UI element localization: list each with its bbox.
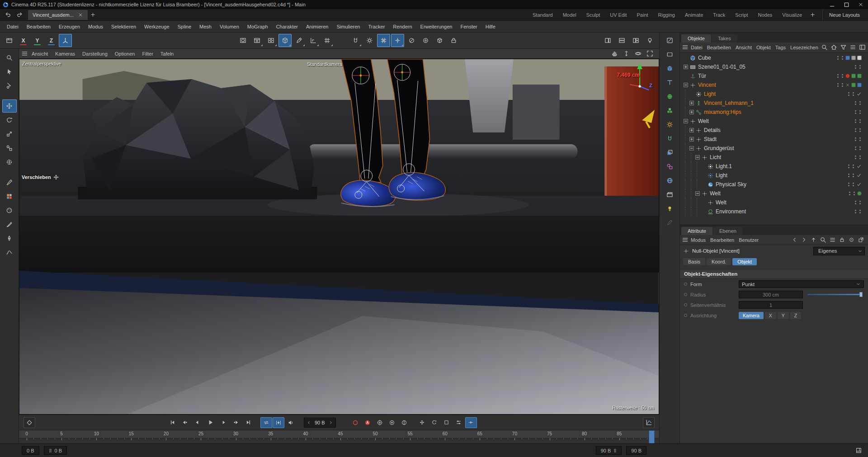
dynamics-object-button[interactable] — [663, 133, 676, 144]
keyframe-marker-button[interactable] — [24, 417, 35, 428]
tree-row-stadt[interactable]: Stadt — [680, 135, 868, 144]
enabled-check-icon[interactable] — [856, 173, 862, 178]
tree-row-t-r[interactable]: Tür — [680, 71, 868, 80]
render-visibility-dots[interactable] — [859, 127, 862, 133]
solo-viewport-button[interactable] — [3, 34, 16, 47]
attr-lock-button[interactable] — [838, 236, 846, 244]
attr-back-button[interactable] — [790, 236, 798, 244]
om-home-button[interactable] — [830, 43, 838, 52]
attr-menu-bearbeiten[interactable]: Bearbeiten — [708, 237, 736, 243]
goto-end-button[interactable] — [242, 417, 254, 428]
spline-pen-button[interactable] — [292, 34, 306, 47]
object-tag[interactable] — [857, 74, 862, 78]
menu-erweiterungen[interactable]: Erweiterungen — [416, 24, 457, 29]
key-scale-button[interactable] — [441, 417, 453, 428]
object-tag[interactable] — [851, 74, 856, 78]
section-tab-basis[interactable]: Basis — [683, 258, 705, 265]
object-tag[interactable] — [857, 56, 862, 60]
viewport-menu-filter[interactable]: Filter — [138, 51, 156, 57]
render-visibility-dots[interactable] — [859, 109, 862, 115]
attr-target-button[interactable] — [847, 236, 855, 244]
attr-list-button[interactable] — [828, 236, 836, 244]
attr-up-button[interactable] — [809, 236, 817, 244]
minimize-button[interactable] — [825, 0, 839, 9]
collapse-toggle-icon[interactable] — [683, 83, 689, 87]
tree-row-licht[interactable]: Licht — [680, 153, 868, 162]
animation-toggle-icon[interactable] — [684, 314, 687, 317]
tab-takes[interactable]: Takes — [712, 34, 737, 42]
render-visibility-dots[interactable] — [859, 154, 862, 160]
tweak-tool[interactable] — [2, 79, 17, 92]
mograph-object-button[interactable] — [663, 119, 676, 130]
radius-slider[interactable] — [806, 291, 864, 298]
attr-menu-modus[interactable]: Modus — [689, 237, 708, 243]
animation-toggle-icon[interactable] — [684, 283, 687, 286]
editor-visibility-dots[interactable] — [854, 199, 857, 206]
next-frame-button[interactable] — [218, 417, 230, 428]
pan-view-button[interactable] — [609, 50, 619, 58]
key-pla-button[interactable] — [465, 417, 477, 428]
render-visibility-dots[interactable] — [859, 64, 862, 70]
record-objects-button[interactable] — [386, 417, 398, 428]
tab-close-icon[interactable] — [78, 12, 83, 18]
maximize-button[interactable] — [839, 0, 854, 9]
selection-keying-button[interactable] — [398, 417, 410, 428]
render-visibility-dots[interactable] — [841, 55, 844, 61]
current-frame-marker[interactable] — [649, 430, 655, 443]
viewport-menu-optionen[interactable]: Optionen — [111, 51, 139, 57]
undo-button[interactable] — [2, 9, 14, 20]
tree-row-environment[interactable]: Environment — [680, 207, 868, 216]
add-layout-button[interactable] — [807, 12, 818, 18]
frame-decrement-icon[interactable] — [307, 420, 311, 425]
editor-visibility-dots[interactable] — [847, 181, 850, 188]
layout-tab-animate[interactable]: Animate — [680, 12, 708, 18]
tab-objekte[interactable]: Objekte — [681, 34, 711, 42]
render-visibility-dots[interactable] — [859, 100, 862, 106]
grid-snap-button[interactable] — [377, 34, 390, 47]
ausrichtung-option-z[interactable]: Z — [790, 312, 801, 319]
toggle-single-view-button[interactable] — [645, 50, 655, 58]
editor-visibility-dots[interactable] — [854, 109, 857, 115]
simulation-toggle-button[interactable] — [405, 34, 418, 47]
menu-datei[interactable]: Datei — [3, 24, 23, 29]
slider-handle[interactable] — [859, 292, 863, 297]
key-parameter-button[interactable] — [453, 417, 465, 428]
keying-settings-button[interactable] — [374, 417, 386, 428]
menu-selektieren[interactable]: Selektieren — [107, 24, 140, 29]
coordinate-system-button[interactable] — [59, 34, 72, 47]
material-pen-button[interactable] — [663, 217, 676, 228]
collapse-toggle-icon[interactable] — [694, 191, 700, 196]
tree-row-light[interactable]: Light — [680, 171, 868, 180]
tree-row-light[interactable]: Light — [680, 90, 868, 99]
enabled-check-icon[interactable] — [856, 91, 862, 97]
frame-increment-icon[interactable] — [329, 420, 333, 425]
menu-erzeugen[interactable]: Erzeugen — [55, 24, 84, 29]
tree-row-grundger-st[interactable]: Grundgerüst — [680, 144, 868, 153]
cluster-object-button[interactable] — [663, 105, 676, 116]
expand-toggle-icon[interactable] — [689, 101, 694, 105]
layout-preset-1-button[interactable] — [601, 34, 614, 47]
add-document-tab-button[interactable] — [88, 9, 99, 20]
quantize-button[interactable] — [391, 34, 404, 47]
previous-frame-button[interactable] — [191, 417, 203, 428]
menu-modus[interactable]: Modus — [84, 24, 107, 29]
editor-visibility-dots[interactable] — [854, 154, 857, 160]
timeline-ruler[interactable]: 0510152025303540455055606570758085 — [19, 430, 659, 443]
current-frame-field[interactable]: 90 B — [304, 418, 336, 428]
menu-rendern[interactable]: Rendern — [389, 24, 416, 29]
tree-row-welt[interactable]: Welt — [680, 198, 868, 207]
render-picture-viewer-button[interactable] — [250, 34, 264, 47]
section-tab-koord[interactable]: Koord. — [707, 258, 731, 265]
menu-tracker[interactable]: Tracker — [364, 24, 389, 29]
viewport-menu-ansicht[interactable]: Ansicht — [28, 51, 52, 57]
viewport-3d-scene[interactable] — [19, 59, 659, 414]
new-layouts-button[interactable]: Neue Layouts — [822, 9, 866, 20]
object-tag[interactable] — [845, 56, 850, 60]
orbit-view-button[interactable] — [633, 50, 643, 58]
tab-attribute[interactable]: Attribute — [681, 227, 712, 235]
preview-min-field[interactable]: 0 B — [44, 446, 67, 455]
axis-lock-z-button[interactable]: Z — [45, 34, 58, 47]
layout-tab-track[interactable]: Track — [708, 12, 730, 18]
editor-visibility-dots[interactable] — [847, 163, 850, 170]
menu-mesh[interactable]: Mesh — [195, 24, 216, 29]
